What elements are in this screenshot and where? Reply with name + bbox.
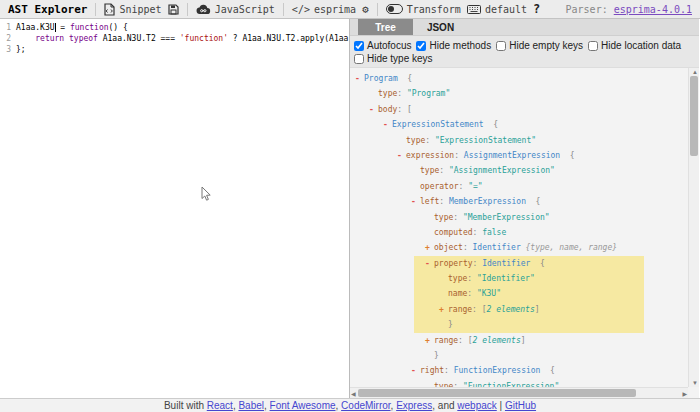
line-number: 3 bbox=[0, 44, 16, 55]
tree-row[interactable]: -property: Identifier { bbox=[414, 256, 644, 271]
ast-tree[interactable]: -Program {type: "Program"-body: [-Expres… bbox=[350, 71, 687, 387]
setting-label: Autofocus bbox=[367, 39, 411, 52]
node-type-link[interactable]: Identifier bbox=[482, 259, 530, 268]
setting-label: Hide methods bbox=[429, 39, 491, 52]
tree-row[interactable]: +range: [2 elements] bbox=[350, 333, 687, 348]
tree-row[interactable]: name: "K3U" bbox=[414, 286, 644, 301]
scroll-up-icon[interactable]: ▲ bbox=[692, 69, 698, 75]
parser-selector[interactable]: </> esprima bbox=[292, 4, 356, 15]
checkbox[interactable] bbox=[354, 41, 364, 51]
tree-row[interactable]: +object: Identifier {type, name, range} bbox=[350, 240, 687, 255]
transform-preset-selector[interactable]: default bbox=[467, 4, 527, 15]
toolbar-separator bbox=[95, 3, 96, 16]
collapse-icon[interactable]: - bbox=[397, 148, 406, 163]
tree-row[interactable]: type: "Program" bbox=[350, 86, 687, 101]
tree-row[interactable]: -right: FunctionExpression { bbox=[350, 363, 687, 378]
tree-row[interactable]: } bbox=[414, 317, 644, 332]
footer-link-font-awesome[interactable]: Font Awesome bbox=[270, 400, 336, 411]
main-split: 1A1aa.K3U = function() {2 return typeof … bbox=[0, 19, 700, 398]
transform-toggle[interactable]: Transform bbox=[386, 4, 461, 15]
scroll-down-icon[interactable]: ▼ bbox=[692, 380, 698, 386]
expand-icon[interactable]: + bbox=[425, 240, 434, 255]
node-type-link[interactable]: Identifier bbox=[473, 243, 521, 252]
parser-version-link[interactable]: esprima-4.0.1 bbox=[614, 4, 692, 15]
tree-row[interactable]: type: "ExpressionStatement" bbox=[350, 133, 687, 148]
parser-button-label: esprima bbox=[314, 4, 356, 15]
checkbox[interactable] bbox=[416, 41, 426, 51]
code-line[interactable]: 2 return typeof A1aa.N3U.T2 === 'functio… bbox=[0, 33, 349, 44]
code-line[interactable]: 1A1aa.K3U = function() { bbox=[0, 22, 349, 33]
tree-row[interactable]: -body: [ bbox=[350, 102, 687, 117]
code-line[interactable]: 3}; bbox=[0, 44, 349, 55]
collapse-icon[interactable]: - bbox=[425, 256, 434, 271]
setting-hide-location-data[interactable]: Hide location data bbox=[588, 39, 681, 52]
tree-row[interactable]: type: "FunctionExpression" bbox=[350, 379, 687, 387]
tree-row[interactable]: } bbox=[350, 348, 687, 363]
tree-settings: AutofocusHide methodsHide empty keysHide… bbox=[350, 36, 699, 68]
save-icon bbox=[168, 4, 179, 15]
node-type-link[interactable]: ExpressionStatement bbox=[392, 120, 484, 129]
footer-text: , and bbox=[432, 400, 457, 411]
collapse-icon[interactable]: - bbox=[411, 363, 420, 378]
setting-hide-methods[interactable]: Hide methods bbox=[416, 39, 491, 52]
tree-row[interactable]: -Program { bbox=[350, 71, 687, 86]
tab-json[interactable]: JSON bbox=[413, 19, 468, 35]
horizontal-scrollbar[interactable]: ◀ ▶ bbox=[350, 387, 688, 398]
snippet-menu-button[interactable]: Snippet bbox=[104, 3, 161, 16]
tree-row[interactable]: computed: false bbox=[350, 225, 687, 240]
expand-icon[interactable]: + bbox=[425, 333, 434, 348]
node-type-link[interactable]: Program bbox=[364, 74, 398, 83]
tree-row[interactable]: +range: [2 elements] bbox=[414, 302, 644, 317]
tree-row[interactable]: -ExpressionStatement { bbox=[350, 117, 687, 132]
parser-info: Parser: esprima-4.0.1 bbox=[566, 4, 692, 15]
parser-settings-button[interactable]: ⚙ bbox=[362, 4, 369, 15]
checkbox[interactable] bbox=[354, 54, 364, 64]
parser-info-label: Parser: bbox=[566, 4, 608, 15]
help-button[interactable]: ? bbox=[533, 2, 540, 16]
footer-text: Built with bbox=[164, 400, 207, 411]
language-selector[interactable]: JavaScript bbox=[196, 4, 275, 15]
checkbox[interactable] bbox=[588, 41, 598, 51]
node-type-link[interactable]: MemberExpression bbox=[449, 197, 526, 206]
tab-tree[interactable]: Tree bbox=[358, 19, 413, 35]
keyboard-icon bbox=[467, 5, 481, 14]
tree-row[interactable]: type: "Identifier" bbox=[414, 271, 644, 286]
mouse-cursor-icon bbox=[200, 186, 212, 202]
tree-row[interactable]: -expression: AssignmentExpression { bbox=[350, 148, 687, 163]
horizontal-scroll-thumb[interactable] bbox=[358, 389, 636, 397]
scroll-left-icon[interactable]: ◀ bbox=[351, 391, 356, 397]
footer-link-express[interactable]: Express bbox=[396, 400, 432, 411]
scroll-right-icon[interactable]: ▶ bbox=[682, 391, 687, 397]
output-tabbar: TreeJSON bbox=[350, 19, 699, 36]
collapse-icon[interactable]: - bbox=[355, 71, 364, 86]
code-editor[interactable]: 1A1aa.K3U = function() {2 return typeof … bbox=[0, 19, 350, 398]
tree-row[interactable]: -left: MemberExpression { bbox=[350, 194, 687, 209]
toolbar-separator bbox=[187, 3, 188, 16]
setting-hide-type-keys[interactable]: Hide type keys bbox=[354, 52, 433, 65]
tree-row[interactable]: operator: "=" bbox=[350, 179, 687, 194]
tree-row[interactable]: type: "MemberExpression" bbox=[350, 210, 687, 225]
setting-label: Hide type keys bbox=[367, 52, 433, 65]
node-type-link[interactable]: FunctionExpression bbox=[454, 366, 541, 375]
collapse-icon[interactable]: - bbox=[383, 117, 392, 132]
footer-link-codemirror[interactable]: CodeMirror bbox=[341, 400, 390, 411]
collapse-icon[interactable]: - bbox=[411, 194, 420, 209]
checkbox[interactable] bbox=[496, 41, 506, 51]
snippet-label: Snippet bbox=[119, 4, 161, 15]
expand-icon[interactable]: + bbox=[439, 302, 448, 317]
setting-autofocus[interactable]: Autofocus bbox=[354, 39, 411, 52]
footer-link-babel[interactable]: Babel bbox=[238, 400, 264, 411]
footer-link-react[interactable]: React bbox=[207, 400, 233, 411]
vertical-scrollbar[interactable]: ▲ ▼ bbox=[688, 68, 699, 387]
tree-row[interactable]: type: "AssignmentExpression" bbox=[350, 163, 687, 178]
vertical-scroll-thumb[interactable] bbox=[690, 76, 698, 156]
line-number: 2 bbox=[0, 33, 16, 44]
footer-link-github[interactable]: GitHub bbox=[505, 400, 536, 411]
collapse-icon[interactable]: - bbox=[369, 102, 378, 117]
footer-link-webpack[interactable]: webpack bbox=[457, 400, 496, 411]
save-button[interactable] bbox=[168, 4, 179, 15]
toolbar-separator bbox=[377, 3, 378, 16]
node-type-link[interactable]: AssignmentExpression bbox=[464, 151, 560, 160]
setting-hide-empty-keys[interactable]: Hide empty keys bbox=[496, 39, 583, 52]
language-label: JavaScript bbox=[215, 4, 275, 15]
